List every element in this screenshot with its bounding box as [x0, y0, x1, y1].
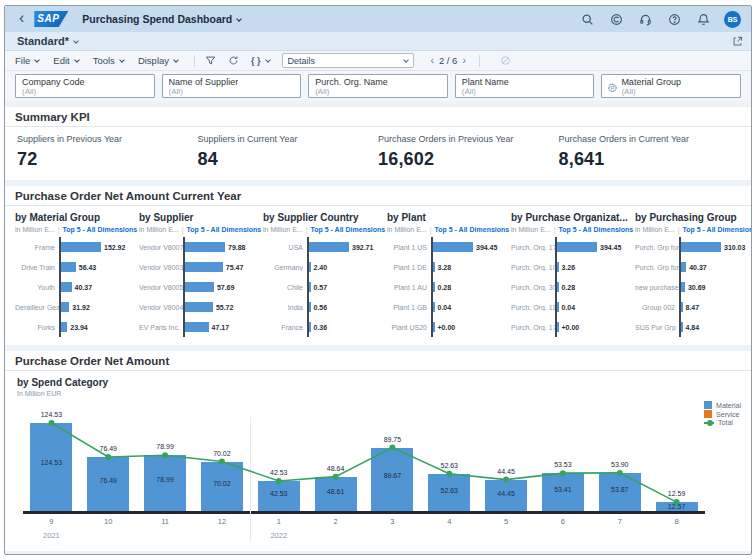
menu-tools[interactable]: Tools [93, 55, 124, 66]
bar-row-label: Drive Train [15, 264, 59, 271]
filter-name-of-supplier[interactable]: Name of Supplier(All) [162, 74, 302, 98]
legend-item-total[interactable]: Total [704, 419, 741, 426]
x-tick-label: 9 [23, 517, 80, 526]
year-label: 2021 [23, 531, 80, 540]
variant-selector[interactable]: Standard* [17, 35, 69, 47]
search-icon[interactable] [581, 13, 594, 26]
copilot-icon[interactable] [610, 13, 623, 26]
script-braces-icon[interactable]: { } [251, 56, 270, 66]
bar[interactable] [681, 262, 686, 272]
bar-row-label: Purch. Org. 1710 [511, 244, 555, 251]
bar-value: 56.43 [79, 264, 97, 271]
top5-all-dimensions-link[interactable]: Top 5 - All Dimensions [683, 226, 752, 233]
app-title-menu[interactable]: Purchasing Spend Dashboard [82, 13, 241, 25]
prev-page-icon[interactable]: ‹ [431, 55, 434, 66]
bar[interactable] [557, 302, 559, 312]
kpi-tile-purchase-orders-in-current-year[interactable]: Purchase Orders in Current Year8,641 [559, 134, 740, 170]
bar[interactable] [309, 242, 349, 252]
material-bar-9[interactable] [30, 423, 72, 511]
bar[interactable] [681, 242, 721, 252]
notifications-bell-icon[interactable] [697, 13, 710, 26]
material-bar-value: 78.99 [143, 476, 187, 483]
chevron-down-icon[interactable] [73, 38, 79, 44]
filter-material-group[interactable]: Material Group(All) [601, 74, 741, 98]
filter-funnel-icon[interactable] [205, 55, 216, 66]
bar-row-label: Frame [15, 244, 59, 251]
top5-all-dimensions-link[interactable]: Top 5 - All Dimensions [435, 226, 510, 233]
legend-item-service[interactable]: Service [704, 410, 741, 418]
chart-unit-label: In Million EUR [5, 390, 751, 399]
legend-label: Service [716, 411, 739, 418]
back-icon[interactable]: ‹ [19, 11, 24, 25]
bar[interactable] [185, 322, 209, 332]
kpi-tile-suppliers-in-current-year[interactable]: Suppliers in Current Year84 [198, 134, 379, 170]
bar[interactable] [681, 322, 683, 332]
bar[interactable] [309, 302, 311, 312]
support-headset-icon[interactable] [639, 13, 652, 26]
bar[interactable] [185, 282, 214, 292]
bar[interactable] [681, 302, 683, 312]
export-icon[interactable] [732, 36, 743, 47]
bar[interactable] [557, 322, 559, 332]
x-tick-label: 3 [364, 517, 421, 526]
bar[interactable] [433, 242, 473, 252]
bar-row-plant-us20: Plant US20+0.00 [387, 317, 507, 337]
bar[interactable] [433, 322, 435, 332]
bar[interactable] [557, 282, 559, 292]
refresh-icon[interactable] [228, 55, 239, 66]
details-dropdown[interactable]: Details [282, 53, 414, 68]
filter-company-code[interactable]: Company Code(All) [15, 74, 155, 98]
mini-chart-by-purchase-organizat: by Purchase Organizat...in Million E...|… [511, 212, 631, 337]
total-point-value: 70.02 [213, 450, 231, 457]
material-bar-value: 53.41 [541, 486, 585, 493]
material-bar-3[interactable] [371, 448, 413, 511]
menu-display[interactable]: Display [138, 55, 178, 66]
legend-item-material[interactable]: Material [704, 401, 741, 409]
bar[interactable] [433, 282, 435, 292]
bar-row-label: Purch. Grp for TG [635, 264, 679, 271]
bar[interactable] [185, 262, 223, 272]
bar-value: 57.69 [217, 284, 235, 291]
bar[interactable] [61, 262, 76, 272]
next-page-icon[interactable]: › [462, 55, 465, 66]
top5-all-dimensions-link[interactable]: Top 5 - All Dimensions [311, 226, 386, 233]
filter-purch-org-name[interactable]: Purch. Org. Name(All) [308, 74, 448, 98]
disabled-action-icon [500, 55, 511, 66]
bar[interactable] [681, 282, 685, 292]
menu-edit[interactable]: Edit [53, 55, 78, 66]
bar[interactable] [61, 242, 101, 252]
divider [479, 55, 480, 67]
bar[interactable] [185, 242, 225, 252]
avatar[interactable]: BS [724, 11, 741, 28]
bar[interactable] [61, 282, 72, 292]
bar-value: 0.56 [314, 304, 328, 311]
bar-value: 47.17 [212, 324, 230, 331]
bar[interactable] [309, 282, 311, 292]
bar[interactable] [61, 302, 69, 312]
bar[interactable] [309, 322, 311, 332]
filter-value: (All) [22, 87, 85, 96]
bar[interactable] [433, 262, 435, 272]
bar[interactable] [185, 302, 213, 312]
bar[interactable] [309, 262, 311, 272]
bar[interactable] [61, 322, 67, 332]
bar[interactable] [557, 262, 559, 272]
x-tick-label: 12 [194, 517, 251, 526]
top5-all-dimensions-link[interactable]: Top 5 - All Dimensions [63, 226, 138, 233]
bar-row-germany: Germany2.40 [263, 257, 383, 277]
top5-all-dimensions-link[interactable]: Top 5 - All Dimensions [559, 226, 634, 233]
kpi-value: 8,641 [559, 149, 740, 170]
filter-plant-name[interactable]: Plant Name(All) [455, 74, 595, 98]
kpi-tile-purchase-orders-in-previous-year[interactable]: Purchase Orders in Previous Year16,602 [378, 134, 559, 170]
bar[interactable] [557, 242, 597, 252]
bar-value: 8.47 [686, 304, 700, 311]
bar-row-label: Chile [263, 284, 307, 291]
help-icon[interactable] [668, 13, 681, 26]
spend-category-chart: 124.53976.491078.991170.021242.53148.612… [13, 399, 743, 551]
top5-all-dimensions-link[interactable]: Top 5 - All Dimensions [187, 226, 262, 233]
menu-file[interactable]: File [15, 55, 39, 66]
bar[interactable] [433, 302, 435, 312]
kpi-tile-suppliers-in-previous-year[interactable]: Suppliers in Previous Year72 [17, 134, 198, 170]
material-bar-value: 124.53 [29, 459, 73, 466]
bar-row-label: SUS Pur Grp [635, 324, 679, 331]
